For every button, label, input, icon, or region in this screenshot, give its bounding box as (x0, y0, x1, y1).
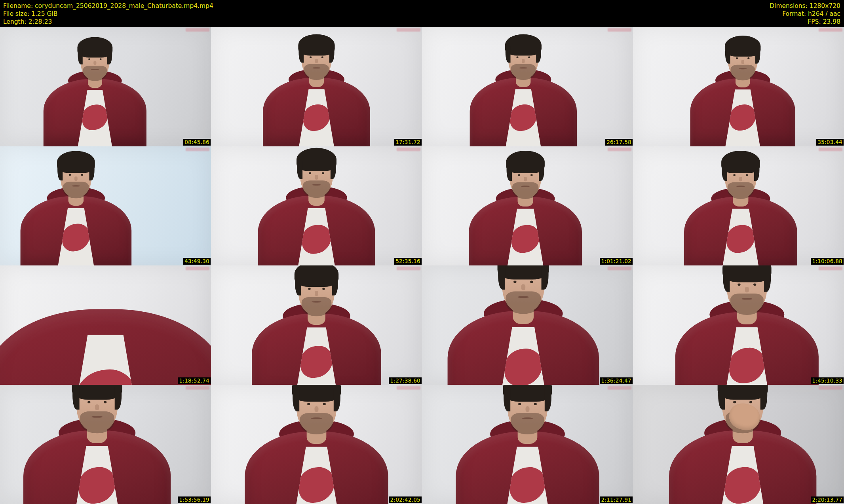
hair (298, 34, 335, 55)
filesize-value: 1.25 GiB (31, 10, 57, 17)
nose (522, 59, 525, 63)
beard (506, 291, 541, 314)
eye (323, 402, 326, 405)
frame-image (211, 27, 422, 146)
hair (497, 265, 549, 279)
video-frame: 1:10:06.88 (633, 146, 844, 266)
frame-image (422, 385, 633, 504)
beard (511, 64, 536, 80)
fps-label: FPS: (808, 18, 821, 25)
frame-image (211, 385, 422, 504)
timestamp-label: 17:31.72 (394, 139, 422, 146)
watermark (608, 267, 631, 270)
nose (74, 176, 78, 180)
tshirt-graphic (300, 223, 333, 255)
nose (739, 177, 742, 181)
nose (525, 406, 529, 411)
dimensions-line: Dimensions: 1280x720 (770, 2, 840, 10)
length-line: Length: 2:28:23 (3, 18, 213, 26)
frame-image (0, 265, 211, 385)
beard (300, 413, 333, 434)
nose (95, 404, 99, 410)
frame-image (0, 146, 211, 266)
frame-image (422, 27, 633, 146)
metadata-left-column: Filename: coryduncam_25062019_2028_male_… (3, 2, 213, 27)
tshirt-graphic (301, 103, 331, 132)
nose (315, 175, 318, 179)
eye (513, 280, 516, 283)
timestamp-label: 2:02:42.05 (389, 496, 422, 503)
eye (322, 172, 324, 174)
metadata-header: Filename: coryduncam_25062019_2028_male_… (0, 0, 844, 27)
frame-image (633, 146, 844, 266)
beard (80, 411, 114, 433)
person-figure (422, 385, 633, 504)
eye (738, 283, 740, 286)
watermark (819, 267, 842, 270)
hair (57, 151, 95, 173)
person-figure (211, 27, 422, 146)
hair (72, 385, 122, 400)
timestamp-label: 2:11:27.91 (600, 496, 633, 503)
timestamp-label: 52:35.16 (394, 258, 422, 265)
length-value: 2:28:23 (29, 18, 52, 25)
tshirt-graphic (728, 103, 758, 132)
eye (308, 288, 311, 290)
tshirt-graphic (76, 465, 118, 504)
watermark (397, 267, 420, 270)
hair (295, 265, 339, 287)
timestamp-label: 08:45.86 (183, 139, 211, 146)
fps-line: FPS: 23.98 (770, 18, 840, 26)
timestamp-label: 1:01:21.02 (600, 258, 633, 265)
tshirt-graphic (509, 223, 542, 254)
filename-label: Filename: (3, 2, 33, 9)
timestamp-label: 26:17.58 (605, 139, 633, 146)
hair (297, 148, 336, 171)
dimensions-value: 1280x720 (810, 2, 840, 9)
beard (302, 297, 332, 316)
eye (68, 174, 71, 176)
eye (753, 283, 756, 286)
filesize-label: File size: (3, 10, 29, 17)
eye (733, 174, 736, 176)
contact-sheet: Filename: coryduncam_25062019_2028_male_… (0, 0, 844, 504)
timestamp-label: 35:03.44 (816, 139, 844, 146)
dimensions-label: Dimensions: (770, 2, 808, 9)
beard (303, 180, 330, 197)
eye (310, 56, 312, 58)
video-frame: 1:01:21.02 (422, 146, 633, 266)
eye (534, 402, 537, 405)
video-frame: 1:45:10.33 (633, 265, 844, 385)
video-frame: 17:31.72 (211, 27, 422, 146)
filename-value: coryduncam_25062019_2028_male_Chaturbate… (35, 2, 213, 9)
format-label: Format: (782, 10, 806, 17)
fps-value: 23.98 (823, 18, 840, 25)
person-figure (422, 265, 633, 385)
video-frame: 1:18:52.74 (0, 265, 211, 385)
watermark (186, 148, 209, 151)
hair (717, 385, 768, 400)
hair (506, 150, 545, 173)
nose (521, 284, 526, 290)
eye (530, 280, 533, 283)
metadata-right-column: Dimensions: 1280x720 Format: h264 / aac … (770, 2, 840, 27)
eye (81, 174, 84, 176)
beard (63, 182, 89, 198)
person-figure (211, 146, 422, 266)
tshirt-graphic (502, 347, 545, 385)
person-figure (633, 265, 844, 385)
watermark (819, 28, 842, 32)
beard (511, 413, 544, 434)
watermark (186, 267, 209, 270)
nose (314, 406, 318, 411)
video-frame: 26:17.58 (422, 27, 633, 146)
person-figure (633, 146, 844, 266)
timestamp-label: 2:20:13.77 (811, 496, 844, 503)
length-label: Length: (3, 18, 27, 25)
frame-image (211, 265, 422, 385)
timestamp-label: 1:10:06.88 (811, 258, 844, 265)
tshirt-graphic (296, 465, 336, 504)
video-frame: 52:35.16 (211, 146, 422, 266)
video-frame: 2:20:13.77 (633, 385, 844, 504)
nose (93, 61, 96, 65)
